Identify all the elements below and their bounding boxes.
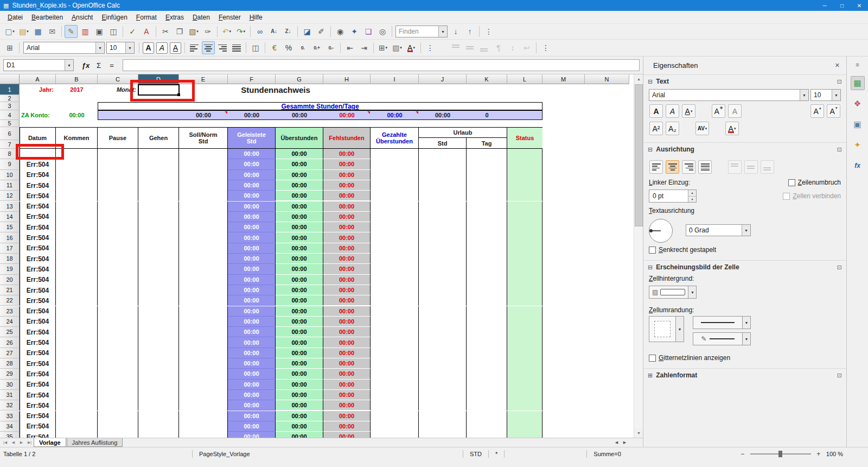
cell-H35[interactable]: 00:00 [323,432,371,438]
cell-K25[interactable] [467,327,507,337]
redo-icon[interactable]: ↷▾ [234,25,247,38]
cell-H9[interactable]: 00:00 [323,159,371,169]
cell-C22[interactable] [98,295,138,306]
cell-C30[interactable] [98,380,138,390]
cell-E8[interactable] [179,149,228,159]
cell-K34[interactable] [467,421,507,432]
cell-B12[interactable] [56,191,98,201]
cell-I19[interactable] [371,264,419,274]
cell-D16[interactable] [138,232,179,243]
cell-J4[interactable]: 00:00 [419,111,467,119]
column-header-G[interactable]: G [276,74,323,84]
cell-J14[interactable] [419,212,467,222]
cell-L10[interactable] [507,170,542,180]
merge-cells-button[interactable]: ◫ [249,41,262,54]
wrap-text-button[interactable]: ↩ [520,41,533,54]
cell-K24[interactable] [467,317,507,327]
cell-A28[interactable]: Err:504 [20,358,56,369]
cell-G12[interactable]: 00:00 [276,191,323,201]
cell-K11[interactable] [467,180,507,191]
row-header-18[interactable]: 18 [0,254,20,264]
sidebar-align-left-button[interactable] [649,160,663,174]
spin-down-icon[interactable]: ▼ [688,196,696,203]
cell-E18[interactable] [179,254,228,264]
cell-C24[interactable] [98,317,138,327]
cell-A34[interactable]: Err:504 [20,421,56,432]
cell-J34[interactable] [419,421,467,432]
cell-A20[interactable]: Err:504 [20,275,56,285]
cell-K9[interactable] [467,159,507,169]
sidebar-increase-font-button[interactable]: A▴ [810,104,824,118]
cell-F15[interactable]: 00:00 [228,222,276,232]
sidebar-align-justify-button[interactable] [698,160,712,174]
cell-C20[interactable] [98,275,138,285]
col-header-k[interactable]: Tag [467,138,507,148]
cell-G15[interactable]: 00:00 [276,222,323,232]
cell-H29[interactable]: 00:00 [323,369,371,379]
cell-A29[interactable]: Err:504 [20,369,56,379]
scrollbar-thumb[interactable] [635,84,643,226]
add-decimal-button[interactable]: 0.+ [310,41,323,54]
cell-E29[interactable] [179,369,228,379]
sidebar-bold-button[interactable]: A [649,104,663,118]
cell-A35[interactable]: Err:504 [20,432,56,438]
row-header-9[interactable]: 9 [0,159,20,169]
spinner-arrows[interactable]: ▲ ▼ [688,190,696,202]
cell-J11[interactable] [419,180,467,191]
cell-J18[interactable] [419,254,467,264]
cell-B24[interactable] [56,317,98,327]
row-header-30[interactable]: 30 [0,380,20,390]
cell-E32[interactable] [179,400,228,411]
cell-C31[interactable] [98,390,138,400]
sidebar-superscript-button[interactable]: A² [649,122,663,135]
cut-icon[interactable]: ✂ [159,25,172,38]
cell-K33[interactable] [467,411,507,421]
vertical-scrollbar[interactable]: ▲ ▼ [634,74,643,438]
cell-I17[interactable] [371,243,419,254]
find-dropdown-icon[interactable]: ▼ [438,26,447,37]
spin-up-icon[interactable]: ▲ [688,190,696,196]
cell-E16[interactable] [179,232,228,243]
cell-F33[interactable]: 00:00 [228,411,276,421]
show-gridlines-checkbox[interactable]: Gitternetzlinien anzeigen [649,354,841,362]
cell-J21[interactable] [419,285,467,295]
cell-K12[interactable] [467,191,507,201]
cell-I24[interactable] [371,317,419,327]
cell-H28[interactable]: 00:00 [323,358,371,369]
cell-D25[interactable] [138,327,179,337]
column-header-A[interactable]: A [20,74,56,84]
zoom-in-icon[interactable]: + [815,450,822,458]
toolbar-overflow-icon[interactable]: ⋮ [539,41,552,54]
cell-B17[interactable] [56,243,98,254]
cell-C10[interactable] [98,170,138,180]
cell-C9[interactable] [98,159,138,169]
col-header-f[interactable]: Geleistete Std [228,128,276,148]
cell-J23[interactable] [419,306,467,317]
font-name-dropdown-icon[interactable]: ▼ [800,90,808,100]
cell-H17[interactable]: 00:00 [323,243,371,254]
cell-H20[interactable]: 00:00 [323,275,371,285]
cell-I12[interactable] [371,191,419,201]
cell-L15[interactable] [507,222,542,232]
cell-E17[interactable] [179,243,228,254]
namebox-dropdown-icon[interactable]: ▼ [65,60,73,71]
column-header-L[interactable]: L [507,74,542,84]
font-name-dropdown-icon[interactable]: ▼ [95,42,104,53]
find-next-icon[interactable]: ↓ [449,25,462,38]
cell-J29[interactable] [419,369,467,379]
cell-K22[interactable] [467,295,507,306]
cell-border-dropdown-icon[interactable]: ▼ [676,316,684,342]
last-sheet-button[interactable]: ▶| [25,439,34,447]
col-header-jk[interactable]: Urlaub [419,128,507,138]
cell-F28[interactable]: 00:00 [228,358,276,369]
cell-H26[interactable]: 00:00 [323,337,371,348]
cell-I4[interactable]: 00:00 [371,111,419,119]
cell-A27[interactable]: Err:504 [20,348,56,358]
cell-F13[interactable]: 00:00 [228,201,276,212]
row-header-11[interactable]: 11 [0,180,20,191]
cell-I33[interactable] [371,411,419,421]
cell-A4[interactable]: ZA Konto: [20,110,56,120]
cell-I11[interactable] [371,180,419,191]
appearance-dialog-launcher-icon[interactable]: ⊡ [837,264,842,271]
cell-D23[interactable] [138,306,179,317]
